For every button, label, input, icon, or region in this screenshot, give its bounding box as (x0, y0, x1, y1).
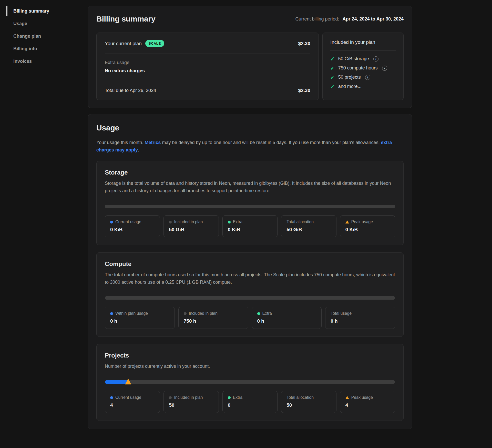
stat-label-row: Total usage (331, 311, 390, 316)
sidebar-nav-label: Invoices (13, 59, 32, 64)
extra-usage-block: Extra usage No extras charges (105, 54, 310, 81)
stat-label: Included in plan (189, 311, 218, 316)
page-title: Billing summary (96, 15, 155, 23)
stat-marker-icon (169, 396, 172, 399)
stat-value: 0 h (110, 318, 169, 324)
stat-label: Total allocation (286, 220, 314, 224)
compute-title: Compute (105, 260, 395, 268)
stat-label-row: Included in plan (169, 220, 213, 224)
info-icon[interactable]: i (365, 75, 370, 80)
stat-label-row: Extra (228, 395, 272, 400)
check-icon: ✓ (330, 75, 335, 80)
metrics-link[interactable]: Metrics (145, 140, 161, 145)
stat-marker-icon (110, 221, 113, 223)
stat-label-row: Within plan usage (110, 311, 169, 316)
included-feature-label: and more... (338, 84, 362, 89)
storage-stats-row: Current usage 0 KiB Included in plan 50 … (105, 215, 395, 237)
stat-box: Extra 0 KiB (222, 215, 278, 237)
stat-value: 0 h (257, 318, 316, 324)
projects-title: Projects (105, 352, 395, 359)
stat-marker-icon (345, 396, 349, 399)
projects-section: Projects Number of projects currently ac… (96, 344, 404, 421)
sidebar-nav-label: Billing summary (13, 8, 49, 14)
check-icon: ✓ (330, 66, 335, 71)
compute-progress-bar (105, 296, 395, 300)
stat-box: Peak usage 4 (340, 391, 395, 413)
stat-label: Extra (233, 220, 242, 224)
stat-box: Within plan usage 0 h (105, 307, 175, 329)
stat-box: Total allocation 50 GiB (281, 215, 336, 237)
included-feature-item: ✓ 50 projects i (330, 75, 396, 80)
billing-period-value: Apr 24, 2024 to Apr 30, 2024 (343, 16, 404, 22)
stat-box: Total allocation 50 (281, 391, 336, 413)
sidebar: Billing summary Usage Change plan Billin… (7, 5, 70, 68)
info-icon[interactable]: i (373, 56, 378, 62)
stat-label-row: Total allocation (286, 220, 331, 224)
usage-title: Usage (96, 124, 404, 132)
stat-value: 4 (345, 402, 390, 408)
info-icon[interactable]: i (382, 66, 387, 71)
stat-label: Current usage (115, 220, 141, 224)
sidebar-nav-item[interactable]: Usage (7, 17, 70, 30)
billing-summary-card: Billing summary Current billing period: … (88, 6, 412, 108)
stat-box: Extra 0 h (252, 307, 322, 329)
current-plan-row: Your current plan SCALE $2.30 (105, 40, 310, 54)
stat-label-row: Peak usage (345, 395, 390, 400)
projects-description: Number of projects currently active in y… (105, 363, 395, 370)
stat-value: 0 KiB (345, 227, 390, 232)
stat-marker-icon (184, 312, 187, 315)
compute-stats-row: Within plan usage 0 h Included in plan 7… (105, 307, 395, 329)
check-icon: ✓ (330, 84, 335, 89)
current-plan-card: Your current plan SCALE $2.30 Extra usag… (96, 33, 319, 100)
stat-box: Included in plan 50 GiB (163, 215, 219, 237)
stat-value: 50 (286, 402, 331, 408)
main-content: Billing summary Current billing period: … (88, 0, 412, 429)
stat-label-row: Included in plan (169, 395, 213, 400)
usage-intro-text-1: Your usage this month. (96, 140, 145, 145)
stat-label: Total usage (331, 311, 352, 316)
sidebar-nav-label: Billing info (13, 46, 37, 52)
stat-label-row: Extra (257, 311, 316, 316)
included-in-plan-panel: Included in your plan ✓ 50 GiB storage i… (322, 33, 404, 100)
stat-marker-icon (228, 396, 231, 399)
stat-box: Total usage 0 h (325, 307, 395, 329)
stat-label: Current usage (115, 395, 141, 400)
sidebar-nav-item[interactable]: Billing summary (7, 5, 70, 17)
included-feature-label: 750 compute hours (338, 65, 378, 71)
usage-intro-text-2: may be delayed by up to one hour and wil… (161, 140, 381, 145)
peak-marker-icon (125, 379, 131, 384)
stat-label-row: Peak usage (345, 220, 390, 224)
current-plan-label: Your current plan (105, 41, 142, 46)
storage-progress-bar (105, 205, 395, 208)
billing-summary-body: Your current plan SCALE $2.30 Extra usag… (96, 33, 404, 100)
usage-intro-text-3: . (138, 147, 139, 152)
stat-box: Peak usage 0 KiB (340, 215, 395, 237)
billing-period: Current billing period: Apr 24, 2024 to … (295, 16, 404, 22)
projects-stats-row: Current usage 4 Included in plan 50 (105, 391, 395, 413)
storage-section: Storage Storage is the total volume of d… (96, 161, 404, 245)
stat-label-row: Current usage (110, 395, 155, 400)
sidebar-nav-item[interactable]: Change plan (7, 30, 70, 43)
current-plan-left: Your current plan SCALE (105, 40, 164, 47)
included-in-plan-title: Included in your plan (330, 39, 396, 50)
stat-value: 0 KiB (110, 227, 155, 232)
total-due-label: Total due to Apr 26, 2024 (105, 88, 156, 93)
stat-label: Peak usage (351, 395, 373, 400)
included-feature-label: 50 GiB storage (338, 56, 369, 62)
sidebar-nav-item[interactable]: Billing info (7, 43, 70, 55)
sidebar-nav-item[interactable]: Invoices (7, 55, 70, 68)
sidebar-nav-label: Change plan (13, 34, 41, 39)
stat-value: 50 (169, 402, 213, 408)
stat-marker-icon (110, 396, 113, 399)
billing-period-label: Current billing period: (295, 16, 339, 22)
compute-description: The total number of compute hours used s… (105, 271, 395, 286)
stat-label-row: Total allocation (286, 395, 331, 400)
stat-label-row: Included in plan (184, 311, 243, 316)
stat-marker-icon (345, 220, 349, 223)
storage-description: Storage is the total volume of data and … (105, 180, 395, 195)
total-due-amount: $2.30 (298, 88, 310, 93)
stat-box: Included in plan 50 (163, 391, 219, 413)
stat-value: 50 GiB (169, 227, 213, 232)
stat-box: Current usage 0 KiB (105, 215, 160, 237)
stat-label: Included in plan (174, 395, 203, 400)
